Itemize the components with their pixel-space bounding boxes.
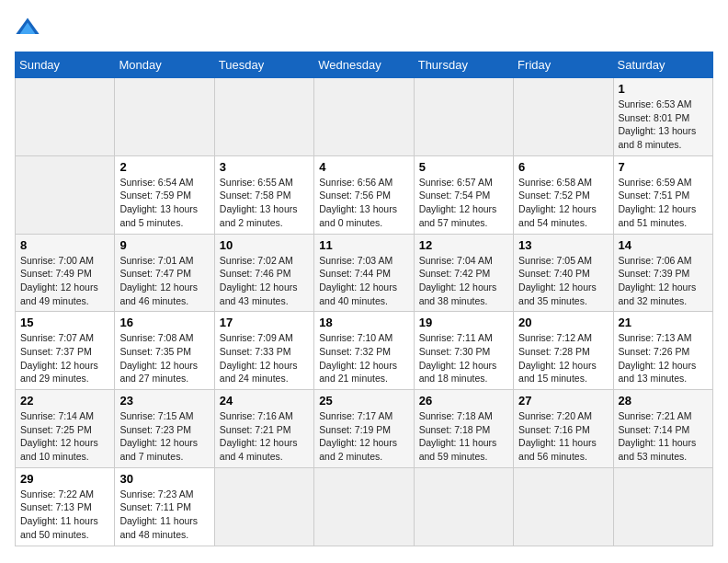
day-number: 26 [419, 394, 508, 408]
day-info: Sunrise: 7:22 AMSunset: 7:13 PMDaylight:… [20, 488, 109, 542]
day-info: Sunrise: 7:04 AMSunset: 7:42 PMDaylight:… [419, 254, 508, 308]
day-info: Sunrise: 6:54 AMSunset: 7:59 PMDaylight:… [119, 176, 209, 230]
calendar-cell: 12Sunrise: 7:04 AMSunset: 7:42 PMDayligh… [414, 234, 513, 312]
day-number: 14 [619, 238, 708, 252]
day-number: 25 [319, 394, 408, 408]
calendar-week-row: 15Sunrise: 7:07 AMSunset: 7:37 PMDayligh… [16, 312, 713, 390]
calendar-cell: 22Sunrise: 7:14 AMSunset: 7:25 PMDayligh… [16, 390, 115, 468]
calendar-header-sunday: Sunday [16, 52, 115, 78]
day-number: 6 [518, 160, 608, 174]
day-number: 20 [518, 316, 608, 329]
calendar-cell: 15Sunrise: 7:07 AMSunset: 7:37 PMDayligh… [16, 312, 115, 390]
day-number: 5 [419, 160, 508, 174]
day-number: 15 [20, 316, 109, 329]
day-info: Sunrise: 6:56 AMSunset: 7:56 PMDaylight:… [319, 176, 408, 230]
day-info: Sunrise: 7:17 AMSunset: 7:19 PMDaylight:… [319, 409, 408, 464]
day-number: 23 [119, 394, 209, 408]
day-number: 24 [220, 394, 309, 408]
calendar-cell: 14Sunrise: 7:06 AMSunset: 7:39 PMDayligh… [613, 234, 712, 312]
day-number: 19 [419, 316, 508, 329]
calendar-cell [514, 78, 613, 156]
calendar-cell [214, 467, 313, 546]
day-info: Sunrise: 7:11 AMSunset: 7:30 PMDaylight:… [419, 331, 508, 385]
calendar-empty-cell [16, 155, 115, 234]
calendar-header-friday: Friday [514, 52, 613, 78]
calendar-cell: 9Sunrise: 7:01 AMSunset: 7:47 PMDaylight… [115, 234, 214, 312]
day-number: 9 [119, 238, 209, 252]
day-number: 12 [419, 238, 508, 252]
day-number: 22 [20, 394, 109, 408]
day-number: 28 [619, 394, 708, 408]
calendar-cell: 2Sunrise: 6:54 AMSunset: 7:59 PMDaylight… [115, 155, 214, 234]
day-number: 29 [20, 472, 109, 486]
day-number: 16 [119, 316, 209, 329]
day-info: Sunrise: 6:59 AMSunset: 7:51 PMDaylight:… [619, 176, 708, 230]
calendar-cell: 7Sunrise: 6:59 AMSunset: 7:51 PMDaylight… [613, 155, 712, 234]
day-number: 30 [119, 472, 209, 486]
day-info: Sunrise: 7:10 AMSunset: 7:32 PMDaylight:… [319, 331, 408, 385]
calendar-cell: 26Sunrise: 7:18 AMSunset: 7:18 PMDayligh… [414, 390, 513, 468]
day-number: 8 [20, 238, 109, 252]
calendar-cell: 27Sunrise: 7:20 AMSunset: 7:16 PMDayligh… [514, 390, 613, 468]
calendar-cell: 4Sunrise: 6:56 AMSunset: 7:56 PMDaylight… [314, 155, 414, 234]
calendar-cell: 20Sunrise: 7:12 AMSunset: 7:28 PMDayligh… [514, 312, 613, 390]
calendar-cell: 8Sunrise: 7:00 AMSunset: 7:49 PMDaylight… [16, 234, 115, 312]
calendar-cell: 1Sunrise: 6:53 AMSunset: 8:01 PMDaylight… [613, 78, 712, 156]
day-number: 18 [319, 316, 408, 329]
calendar-cell [613, 467, 712, 546]
day-info: Sunrise: 7:00 AMSunset: 7:49 PMDaylight:… [20, 254, 109, 308]
day-info: Sunrise: 7:12 AMSunset: 7:28 PMDaylight:… [518, 331, 608, 385]
day-number: 2 [119, 160, 209, 174]
calendar-header-monday: Monday [115, 52, 214, 78]
day-info: Sunrise: 7:09 AMSunset: 7:33 PMDaylight:… [220, 331, 309, 385]
logo [15, 15, 44, 40]
day-number: 10 [220, 238, 309, 252]
day-number: 7 [619, 160, 708, 174]
day-info: Sunrise: 7:07 AMSunset: 7:37 PMDaylight:… [20, 331, 109, 385]
calendar-table: SundayMondayTuesdayWednesdayThursdayFrid… [15, 52, 713, 546]
calendar-cell: 18Sunrise: 7:10 AMSunset: 7:32 PMDayligh… [314, 312, 414, 390]
day-info: Sunrise: 7:21 AMSunset: 7:14 PMDaylight:… [619, 409, 708, 464]
calendar-cell: 11Sunrise: 7:03 AMSunset: 7:44 PMDayligh… [314, 234, 414, 312]
calendar-cell [414, 467, 513, 546]
calendar-week-row: 1Sunrise: 6:53 AMSunset: 8:01 PMDaylight… [16, 78, 713, 156]
day-number: 3 [220, 160, 309, 174]
calendar-cell: 6Sunrise: 6:58 AMSunset: 7:52 PMDaylight… [514, 155, 613, 234]
day-info: Sunrise: 7:02 AMSunset: 7:46 PMDaylight:… [220, 254, 309, 308]
day-info: Sunrise: 6:57 AMSunset: 7:54 PMDaylight:… [419, 176, 508, 230]
calendar-cell: 29Sunrise: 7:22 AMSunset: 7:13 PMDayligh… [16, 467, 115, 546]
day-info: Sunrise: 7:20 AMSunset: 7:16 PMDaylight:… [518, 409, 608, 464]
calendar-week-row: 22Sunrise: 7:14 AMSunset: 7:25 PMDayligh… [16, 390, 713, 468]
calendar-header-row: SundayMondayTuesdayWednesdayThursdayFrid… [16, 52, 713, 78]
day-info: Sunrise: 7:14 AMSunset: 7:25 PMDaylight:… [20, 409, 109, 464]
calendar-week-row: 29Sunrise: 7:22 AMSunset: 7:13 PMDayligh… [16, 467, 713, 546]
calendar-cell: 3Sunrise: 6:55 AMSunset: 7:58 PMDaylight… [214, 155, 313, 234]
day-info: Sunrise: 7:08 AMSunset: 7:35 PMDaylight:… [119, 331, 209, 385]
calendar-week-row: 8Sunrise: 7:00 AMSunset: 7:49 PMDaylight… [16, 234, 713, 312]
calendar-cell [414, 78, 513, 156]
calendar-cell: 5Sunrise: 6:57 AMSunset: 7:54 PMDaylight… [414, 155, 513, 234]
calendar-cell [314, 467, 414, 546]
day-info: Sunrise: 6:53 AMSunset: 8:01 PMDaylight:… [619, 98, 708, 152]
calendar-cell: 23Sunrise: 7:15 AMSunset: 7:23 PMDayligh… [115, 390, 214, 468]
day-info: Sunrise: 7:15 AMSunset: 7:23 PMDaylight:… [119, 409, 209, 464]
calendar-cell: 19Sunrise: 7:11 AMSunset: 7:30 PMDayligh… [414, 312, 513, 390]
calendar-cell [115, 78, 214, 156]
day-number: 11 [319, 238, 408, 252]
page-header [15, 15, 713, 40]
calendar-header-saturday: Saturday [613, 52, 712, 78]
day-number: 4 [319, 160, 408, 174]
logo-icon [15, 15, 40, 40]
day-info: Sunrise: 6:55 AMSunset: 7:58 PMDaylight:… [220, 176, 309, 230]
calendar-cell: 17Sunrise: 7:09 AMSunset: 7:33 PMDayligh… [214, 312, 313, 390]
day-info: Sunrise: 7:16 AMSunset: 7:21 PMDaylight:… [220, 409, 309, 464]
day-info: Sunrise: 7:18 AMSunset: 7:18 PMDaylight:… [419, 409, 508, 464]
calendar-week-row: 2Sunrise: 6:54 AMSunset: 7:59 PMDaylight… [16, 155, 713, 234]
calendar-cell: 28Sunrise: 7:21 AMSunset: 7:14 PMDayligh… [613, 390, 712, 468]
day-info: Sunrise: 7:05 AMSunset: 7:40 PMDaylight:… [518, 254, 608, 308]
day-number: 13 [518, 238, 608, 252]
calendar-cell [16, 78, 115, 156]
day-info: Sunrise: 6:58 AMSunset: 7:52 PMDaylight:… [518, 176, 608, 230]
day-number: 1 [619, 82, 708, 96]
day-info: Sunrise: 7:13 AMSunset: 7:26 PMDaylight:… [619, 331, 708, 385]
